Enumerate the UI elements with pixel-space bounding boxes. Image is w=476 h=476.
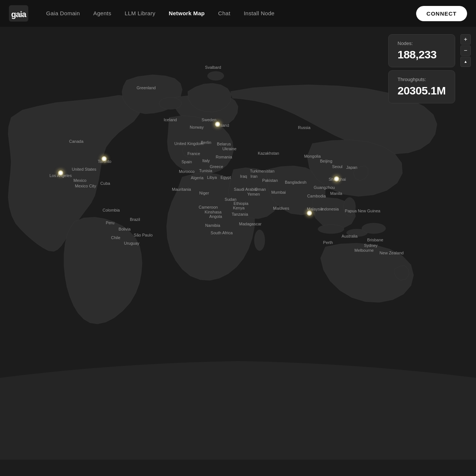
zoom-controls: + − ▲ bbox=[460, 34, 471, 67]
throughputs-value: 20305.1M bbox=[398, 84, 446, 97]
zoom-in-button[interactable]: + bbox=[460, 34, 471, 45]
nav-item-llm-library[interactable]: LLM Library bbox=[125, 10, 155, 17]
zoom-out-button[interactable]: − bbox=[460, 45, 471, 56]
navbar: gaia Gaia Domain Agents LLM Library Netw… bbox=[0, 0, 476, 27]
node-dot-finland bbox=[215, 122, 220, 127]
throughputs-label: Throughputs: bbox=[398, 77, 446, 82]
svg-point-7 bbox=[254, 230, 265, 251]
nav-item-network-map[interactable]: Network Map bbox=[169, 10, 205, 17]
node-dot-malaysia bbox=[307, 210, 312, 216]
zoom-reset-button[interactable]: ▲ bbox=[460, 57, 471, 67]
nav-item-chat[interactable]: Chat bbox=[218, 10, 231, 17]
nodes-label: Nodes: bbox=[398, 41, 446, 46]
logo[interactable]: gaia bbox=[9, 5, 28, 22]
nodes-value: 188,233 bbox=[398, 48, 446, 61]
node-dot-toronto bbox=[102, 156, 107, 161]
svg-point-6 bbox=[159, 97, 181, 109]
stats-panel: Nodes: 188,233 Throughputs: 20305.1M bbox=[388, 34, 455, 103]
svg-point-10 bbox=[344, 197, 356, 216]
throughputs-card: Throughputs: 20305.1M bbox=[388, 70, 455, 103]
svg-point-8 bbox=[292, 208, 296, 213]
connect-button[interactable]: CONNECT bbox=[416, 6, 467, 21]
nav-item-install-node[interactable]: Install Node bbox=[244, 10, 274, 17]
map-container: SvalbardGreenlandIcelandSwedenNorwayFinl… bbox=[0, 27, 476, 476]
node-dot-losangeles bbox=[58, 170, 63, 176]
svg-text:gaia: gaia bbox=[11, 10, 27, 19]
svg-point-9 bbox=[208, 71, 224, 80]
nav-item-agents[interactable]: Agents bbox=[93, 10, 112, 17]
svg-point-3 bbox=[318, 225, 344, 234]
nav-item-gaia-domain[interactable]: Gaia Domain bbox=[46, 10, 80, 17]
svg-point-5 bbox=[362, 223, 386, 234]
nav-links: Gaia Domain Agents LLM Library Network M… bbox=[46, 10, 416, 17]
nodes-card: Nodes: 188,233 bbox=[388, 34, 455, 67]
node-dot-shanghai bbox=[334, 176, 339, 181]
